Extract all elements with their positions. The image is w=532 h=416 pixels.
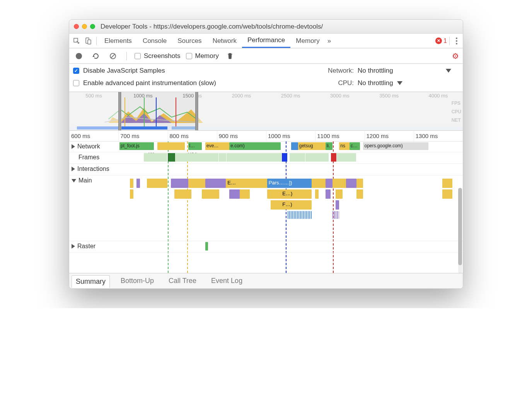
tabs-overflow[interactable]: » [325, 34, 333, 48]
frames-track-label: Frames [78, 154, 99, 161]
perf-toolbar: Screenshots Memory ⚙ [69, 48, 463, 64]
disable-js-label: Disable JavaScript Samples [83, 67, 165, 75]
trash-icon[interactable] [224, 50, 236, 62]
overview-marker [124, 97, 125, 126]
tab-event-log[interactable]: Event Log [207, 275, 246, 287]
titlebar: Developer Tools - https://developers.goo… [69, 20, 463, 34]
network-request[interactable]: c… [350, 142, 360, 150]
expand-icon[interactable] [72, 167, 75, 171]
inspect-icon[interactable] [71, 35, 82, 47]
close-icon[interactable] [74, 24, 79, 29]
settings-gear-icon[interactable]: ⚙ [452, 51, 459, 61]
frames-track-body[interactable]: 656.5 ms 109. ms 117.0 ms [69, 152, 463, 162]
minimize-icon[interactable] [82, 24, 87, 29]
interactions-track-body[interactable] [119, 164, 463, 175]
raster-track[interactable]: Raster [69, 241, 463, 253]
network-request[interactable] [157, 142, 185, 150]
network-request[interactable]: li. [326, 142, 332, 150]
separator [449, 37, 450, 45]
interactions-track-label: Interactions [77, 165, 109, 172]
screenshots-checkbox[interactable]: Screenshots [135, 52, 181, 60]
network-request[interactable]: l… [188, 142, 202, 150]
network-track-body[interactable]: pt_foot.jsl…eve…e.com)getsugli.nsc…opers… [119, 142, 463, 152]
main-tabs: Elements Console Sources Network Perform… [69, 34, 463, 48]
network-request[interactable]: getsug [298, 142, 326, 150]
flame-chart[interactable]: Network pt_foot.jsl…eve…e.com)getsugli.n… [69, 142, 463, 273]
main-track[interactable]: Main E… Pars……]) [69, 176, 463, 241]
cpu-throttle[interactable]: CPU:No throttling [320, 79, 459, 87]
clear-button[interactable] [107, 50, 119, 62]
task-parse[interactable]: Pars……]) [267, 179, 312, 188]
network-label: Network: [320, 67, 354, 75]
window-title: Developer Tools - https://developers.goo… [101, 23, 323, 31]
main-track-body[interactable]: E… Pars……]) E…) [119, 176, 463, 241]
maximize-icon[interactable] [90, 24, 95, 29]
interactions-track[interactable]: Interactions [69, 164, 463, 176]
network-request[interactable]: e.com) [229, 142, 281, 150]
collapse-icon[interactable] [72, 179, 76, 182]
scrollbar-thumb[interactable] [458, 188, 462, 265]
frames-track[interactable]: Frames 656.5 ms 109. ms 117.0 ms [69, 152, 463, 164]
chevron-down-icon [397, 81, 402, 85]
network-request[interactable] [291, 142, 298, 150]
overview-marker [176, 97, 176, 126]
separator [96, 37, 97, 45]
tab-call-tree[interactable]: Call Tree [165, 275, 200, 287]
devtools-window: Developer Tools - https://developers.goo… [69, 19, 463, 289]
record-button[interactable] [73, 50, 85, 62]
capture-settings: Disable JavaScript Samples Network:No th… [69, 64, 463, 92]
overview-marker [156, 97, 157, 126]
expand-icon[interactable] [72, 144, 75, 149]
raster-track-body[interactable] [119, 241, 463, 252]
separator [126, 52, 127, 60]
range-handle-left[interactable] [118, 92, 121, 130]
tab-bottom-up[interactable]: Bottom-Up [117, 275, 158, 287]
network-track-label: Network [77, 143, 100, 150]
chevron-down-icon [446, 69, 451, 73]
main-track-label: Main [78, 177, 92, 184]
network-request[interactable]: opers.google.com) [363, 142, 428, 150]
overview-timeline[interactable]: 500 ms1000 ms1500 ms2000 ms2500 ms3000 m… [69, 92, 463, 131]
reload-button[interactable] [90, 50, 102, 62]
overview-marker [144, 97, 145, 126]
tab-elements[interactable]: Elements [99, 34, 137, 48]
error-count: 1 [443, 38, 447, 44]
memory-checkbox[interactable]: Memory [186, 52, 219, 60]
memory-label: Memory [195, 52, 219, 60]
paint-checkbox[interactable]: Enable advanced paint instrumentation (s… [73, 79, 320, 87]
tab-memory[interactable]: Memory [290, 34, 325, 48]
raster-track-label: Raster [77, 243, 95, 250]
network-throttle[interactable]: Network:No throttling [320, 67, 459, 75]
screenshots-label: Screenshots [144, 52, 181, 60]
range-handle-right[interactable] [195, 92, 198, 130]
detail-ruler: 600 ms700 ms800 ms900 ms1000 ms1100 ms12… [69, 131, 463, 142]
device-icon[interactable] [82, 35, 94, 47]
traffic-lights [74, 24, 95, 29]
tab-summary[interactable]: Summary [72, 275, 110, 288]
task-evaluate2[interactable]: E…) [281, 189, 312, 199]
details-tabs: Summary Bottom-Up Call Tree Event Log [69, 273, 463, 288]
cpu-label: CPU: [320, 79, 354, 87]
network-value: No throttling [358, 67, 393, 75]
task-evaluate[interactable]: E… [226, 179, 267, 188]
more-menu-icon[interactable] [452, 38, 461, 44]
network-track[interactable]: Network pt_foot.jsl…eve…e.com)getsugli.n… [69, 142, 463, 152]
cpu-value: No throttling [358, 79, 393, 87]
error-icon: ✕ [435, 38, 442, 44]
paint-label: Enable advanced paint instrumentation (s… [83, 79, 216, 87]
network-request[interactable]: eve… [205, 142, 229, 150]
svg-rect-1 [88, 40, 91, 44]
vertical-scrollbar[interactable] [458, 188, 462, 273]
network-request[interactable]: ns [339, 142, 350, 150]
tab-sources[interactable]: Sources [172, 34, 207, 48]
range-mask [198, 92, 463, 130]
tab-network[interactable]: Network [207, 34, 242, 48]
expand-icon[interactable] [72, 244, 75, 249]
task-function[interactable]: F…) [281, 200, 312, 210]
disable-js-checkbox[interactable]: Disable JavaScript Samples [73, 67, 320, 75]
error-badge[interactable]: ✕ 1 [435, 38, 447, 44]
range-mask [69, 92, 118, 130]
network-request[interactable]: pt_foot.js [119, 142, 154, 150]
tab-console[interactable]: Console [137, 34, 172, 48]
tab-performance[interactable]: Performance [242, 34, 290, 48]
